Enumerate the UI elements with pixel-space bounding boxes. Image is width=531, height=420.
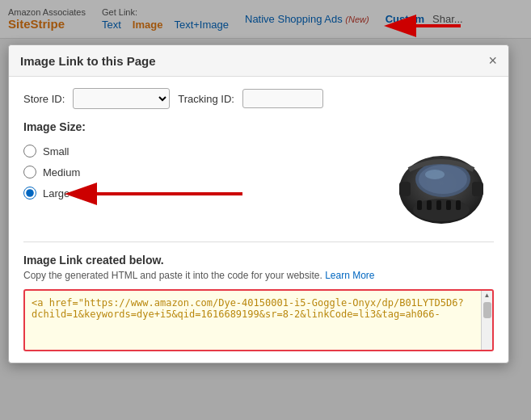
svg-rect-4: [399, 182, 411, 196]
radio-small[interactable]: Small: [23, 145, 80, 158]
tracking-id-input[interactable]: [242, 89, 323, 108]
scrollbar-up-arrow[interactable]: ▲: [484, 292, 491, 299]
scrollbar-track[interactable]: ▲: [481, 291, 492, 350]
store-tracking-row: Store ID: Tracking ID:: [23, 88, 494, 109]
svg-point-2: [419, 165, 467, 194]
radio-medium[interactable]: Medium: [23, 166, 80, 178]
svg-rect-5: [472, 182, 483, 196]
learn-more-link[interactable]: Learn More: [325, 270, 374, 281]
radio-medium-input[interactable]: [23, 166, 36, 178]
section-divider: [23, 242, 494, 242]
image-size-area: Small Medium Large: [23, 141, 494, 230]
modal-close-button[interactable]: ×: [488, 53, 497, 68]
svg-rect-11: [456, 200, 461, 210]
store-id-select[interactable]: [73, 88, 170, 109]
link-description: Copy the generated HTML and paste it int…: [23, 270, 494, 281]
svg-rect-9: [436, 200, 441, 210]
radio-large-input[interactable]: [23, 187, 36, 200]
product-image-area: [389, 141, 494, 230]
radio-medium-label: Medium: [43, 166, 80, 178]
svg-rect-8: [427, 200, 432, 210]
product-image: [393, 145, 490, 226]
modal-dialog: Image Link to this Page × Store ID: Trac…: [8, 44, 509, 363]
tracking-id-label: Tracking ID:: [178, 93, 234, 105]
store-id-label: Store ID:: [23, 93, 65, 105]
modal-title: Image Link to this Page: [20, 54, 156, 68]
image-size-radio-group: Small Medium Large: [23, 145, 80, 200]
radio-small-label: Small: [43, 145, 70, 158]
radio-large[interactable]: Large: [23, 187, 80, 200]
scrollbar-thumb[interactable]: [483, 302, 491, 318]
svg-rect-10: [446, 200, 451, 210]
radio-large-label: Large: [43, 187, 70, 200]
link-heading: Image Link created below.: [23, 254, 494, 267]
code-container: ▲: [23, 289, 494, 351]
image-size-heading: Image Size:: [23, 120, 494, 133]
modal-header: Image Link to this Page ×: [9, 45, 508, 77]
radio-small-input[interactable]: [23, 145, 36, 158]
svg-rect-7: [417, 200, 422, 210]
svg-point-3: [425, 170, 445, 179]
code-textarea[interactable]: [25, 291, 492, 347]
modal-body: Store ID: Tracking ID: Image Size: Small…: [9, 77, 508, 363]
